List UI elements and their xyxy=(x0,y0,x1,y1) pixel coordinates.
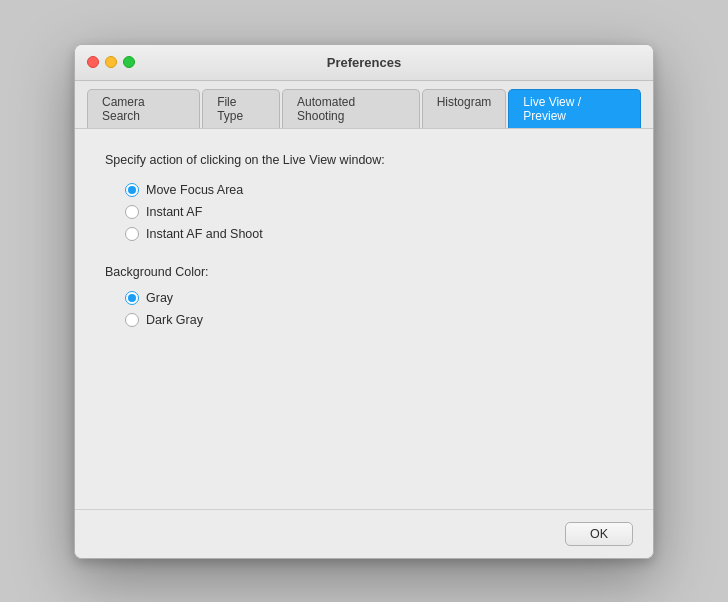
tab-live-view-preview[interactable]: Live View / Preview xyxy=(508,89,641,128)
ok-button[interactable]: OK xyxy=(565,522,633,546)
window-title: Preferences xyxy=(327,55,401,70)
radio-dark-gray-indicator xyxy=(125,313,139,327)
radio-move-focus-area[interactable]: Move Focus Area xyxy=(125,183,623,197)
radio-gray[interactable]: Gray xyxy=(125,291,623,305)
tab-bar: Camera Search File Type Automated Shooti… xyxy=(75,81,653,129)
maximize-button[interactable] xyxy=(123,56,135,68)
radio-instant-af-indicator xyxy=(125,205,139,219)
radio-move-focus-area-label: Move Focus Area xyxy=(146,183,243,197)
radio-instant-af-shoot-label: Instant AF and Shoot xyxy=(146,227,263,241)
close-button[interactable] xyxy=(87,56,99,68)
background-color-group: Gray Dark Gray xyxy=(125,291,623,327)
tab-camera-search[interactable]: Camera Search xyxy=(87,89,200,128)
section-description: Specify action of clicking on the Live V… xyxy=(105,153,623,167)
radio-gray-indicator xyxy=(125,291,139,305)
radio-gray-label: Gray xyxy=(146,291,173,305)
radio-dark-gray-label: Dark Gray xyxy=(146,313,203,327)
radio-move-focus-area-indicator xyxy=(125,183,139,197)
background-color-label: Background Color: xyxy=(105,265,623,279)
radio-dark-gray[interactable]: Dark Gray xyxy=(125,313,623,327)
traffic-lights xyxy=(87,56,135,68)
window: Preferences Camera Search File Type Auto… xyxy=(74,44,654,559)
radio-instant-af[interactable]: Instant AF xyxy=(125,205,623,219)
background-color-section: Background Color: Gray Dark Gray xyxy=(105,265,623,327)
content-area: Specify action of clicking on the Live V… xyxy=(75,129,653,509)
radio-instant-af-shoot[interactable]: Instant AF and Shoot xyxy=(125,227,623,241)
click-action-group: Move Focus Area Instant AF Instant AF an… xyxy=(125,183,623,241)
tab-automated-shooting[interactable]: Automated Shooting xyxy=(282,89,420,128)
tab-histogram[interactable]: Histogram xyxy=(422,89,507,128)
footer: OK xyxy=(75,509,653,558)
radio-instant-af-shoot-indicator xyxy=(125,227,139,241)
tab-file-type[interactable]: File Type xyxy=(202,89,280,128)
title-bar: Preferences xyxy=(75,45,653,81)
radio-instant-af-label: Instant AF xyxy=(146,205,202,219)
minimize-button[interactable] xyxy=(105,56,117,68)
